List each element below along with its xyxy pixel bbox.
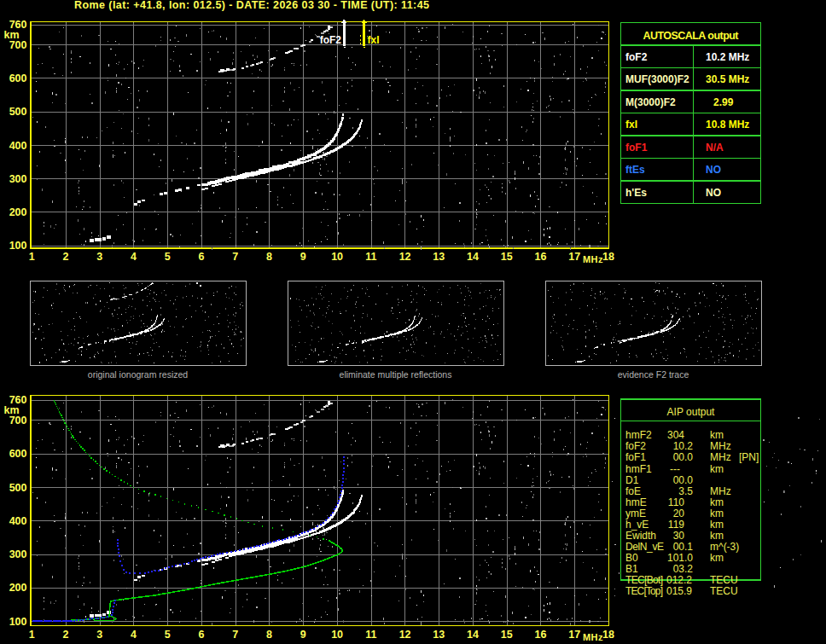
svg-text:hmF1: hmF1 bbox=[625, 463, 652, 475]
svg-text:119: 119 bbox=[668, 519, 684, 531]
svg-text:12: 12 bbox=[399, 629, 411, 641]
svg-text:6: 6 bbox=[199, 251, 205, 263]
svg-text:13: 13 bbox=[433, 251, 445, 263]
svg-text:6: 6 bbox=[199, 629, 205, 641]
svg-text:10.2: 10.2 bbox=[673, 440, 694, 452]
svg-text:1: 1 bbox=[29, 251, 35, 263]
svg-text:km: km bbox=[710, 530, 724, 542]
svg-text:400: 400 bbox=[9, 140, 27, 152]
svg-text:TEC[Bot]: TEC[Bot] bbox=[625, 574, 663, 586]
svg-text:00.1: 00.1 bbox=[673, 541, 694, 553]
svg-text:300: 300 bbox=[9, 173, 27, 185]
svg-text:10.2 MHz: 10.2 MHz bbox=[706, 51, 749, 63]
svg-text:foE: foE bbox=[625, 485, 641, 497]
svg-text:TECU: TECU bbox=[710, 574, 738, 586]
svg-text:600: 600 bbox=[9, 448, 27, 460]
svg-text:foF1: foF1 bbox=[625, 451, 646, 463]
svg-text:hmE: hmE bbox=[625, 496, 647, 508]
svg-text:km: km bbox=[4, 404, 20, 416]
svg-text:eliminate multiple reflections: eliminate multiple reflections bbox=[340, 369, 452, 380]
svg-text:18: 18 bbox=[602, 251, 614, 263]
svg-text:16: 16 bbox=[535, 629, 547, 641]
svg-text:015.9: 015.9 bbox=[666, 585, 692, 597]
svg-text:8: 8 bbox=[266, 629, 272, 641]
svg-text:7: 7 bbox=[232, 251, 238, 263]
svg-text:13: 13 bbox=[433, 629, 445, 641]
svg-text:110: 110 bbox=[668, 496, 684, 508]
svg-text:km: km bbox=[710, 508, 724, 519]
svg-text:[PN]: [PN] bbox=[739, 451, 759, 463]
svg-text:100: 100 bbox=[9, 616, 27, 628]
svg-text:500: 500 bbox=[9, 482, 27, 494]
svg-text:---: --- bbox=[670, 463, 680, 475]
svg-text:3.5: 3.5 bbox=[678, 485, 693, 497]
svg-text:11: 11 bbox=[365, 629, 376, 641]
svg-text:2: 2 bbox=[63, 629, 69, 641]
svg-text:2: 2 bbox=[63, 251, 69, 263]
svg-text:foF1: foF1 bbox=[625, 142, 648, 154]
svg-text:DelN_vE: DelN_vE bbox=[625, 541, 664, 553]
svg-text:101.0: 101.0 bbox=[667, 552, 693, 564]
svg-text:Ewidth: Ewidth bbox=[625, 530, 656, 542]
svg-text:300: 300 bbox=[9, 548, 27, 560]
svg-text:5: 5 bbox=[165, 251, 171, 263]
svg-text:8: 8 bbox=[266, 251, 272, 263]
svg-text:10.8 MHz: 10.8 MHz bbox=[706, 119, 749, 131]
svg-text:14: 14 bbox=[467, 251, 479, 263]
svg-text:11: 11 bbox=[365, 251, 376, 263]
svg-text:km: km bbox=[710, 429, 724, 441]
svg-text:MHz: MHz bbox=[710, 485, 731, 497]
svg-text:17: 17 bbox=[568, 251, 580, 263]
svg-text:4: 4 bbox=[131, 251, 137, 263]
svg-text:2.99: 2.99 bbox=[713, 96, 734, 108]
svg-text:TECU: TECU bbox=[710, 585, 738, 597]
svg-text:9: 9 bbox=[300, 251, 306, 263]
svg-text:16: 16 bbox=[535, 251, 547, 263]
svg-text:ftEs: ftEs bbox=[625, 164, 645, 176]
svg-text:304: 304 bbox=[667, 429, 684, 441]
svg-text:TEC[Top]: TEC[Top] bbox=[625, 585, 663, 597]
svg-text:h'Es: h'Es bbox=[625, 187, 647, 199]
svg-text:MHz: MHz bbox=[583, 254, 603, 264]
svg-text:30.5 MHz: 30.5 MHz bbox=[706, 73, 749, 85]
svg-text:km: km bbox=[710, 519, 724, 531]
svg-text:M(3000)F2: M(3000)F2 bbox=[625, 96, 676, 108]
svg-text:200: 200 bbox=[9, 582, 27, 594]
svg-text:20: 20 bbox=[673, 508, 685, 519]
svg-text:MUF(3000)F2: MUF(3000)F2 bbox=[625, 73, 689, 85]
svg-text:4: 4 bbox=[131, 629, 137, 641]
svg-text:hmF2: hmF2 bbox=[625, 429, 652, 441]
svg-text:5: 5 bbox=[165, 629, 171, 641]
svg-text:9: 9 bbox=[300, 629, 306, 641]
svg-text:N/A: N/A bbox=[706, 142, 724, 154]
svg-text:foF2: foF2 bbox=[625, 440, 646, 452]
svg-text:km: km bbox=[710, 496, 724, 508]
svg-text:AIP output: AIP output bbox=[667, 406, 715, 418]
svg-text:Rome (lat: +41.8, lon: 012.5): Rome (lat: +41.8, lon: 012.5) - DATE: 20… bbox=[74, 0, 429, 11]
svg-text:fxI: fxI bbox=[625, 119, 637, 131]
svg-text:foF2: foF2 bbox=[625, 51, 648, 63]
svg-text:03.2: 03.2 bbox=[673, 563, 694, 575]
svg-text:B0: B0 bbox=[625, 552, 638, 564]
svg-text:AUTOSCALA output: AUTOSCALA output bbox=[643, 30, 740, 42]
svg-text:12: 12 bbox=[399, 251, 411, 263]
svg-text:500: 500 bbox=[9, 106, 27, 118]
svg-text:3: 3 bbox=[96, 629, 102, 641]
svg-text:15: 15 bbox=[501, 629, 513, 641]
svg-text:NO: NO bbox=[706, 187, 721, 199]
svg-text:NO: NO bbox=[706, 164, 721, 176]
svg-text:100: 100 bbox=[9, 240, 27, 252]
svg-text:ymE: ymE bbox=[625, 508, 646, 519]
svg-text:00.0: 00.0 bbox=[673, 451, 694, 463]
svg-text:14: 14 bbox=[467, 629, 479, 641]
svg-text:18: 18 bbox=[602, 629, 614, 641]
svg-text:600: 600 bbox=[9, 73, 27, 84]
svg-text:evidence F2 trace: evidence F2 trace bbox=[618, 369, 689, 380]
svg-text:MHz: MHz bbox=[583, 632, 603, 642]
svg-text:400: 400 bbox=[9, 515, 27, 527]
svg-text:012.2: 012.2 bbox=[666, 574, 692, 586]
svg-text:B1: B1 bbox=[625, 563, 638, 575]
svg-text:original ionogram resized: original ionogram resized bbox=[88, 369, 188, 380]
svg-text:10: 10 bbox=[331, 251, 343, 263]
svg-text:30: 30 bbox=[673, 530, 685, 542]
